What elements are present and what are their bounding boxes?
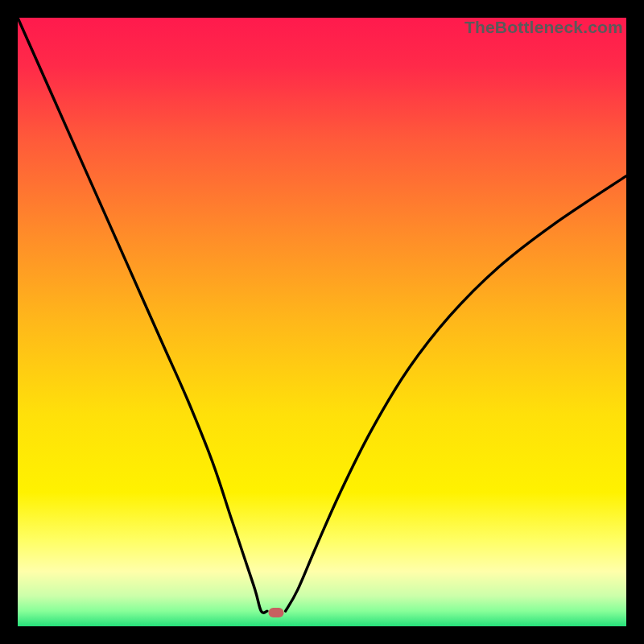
chart-frame: TheBottleneck.com (0, 0, 644, 644)
plot-area: TheBottleneck.com (18, 18, 626, 626)
watermark-text: TheBottleneck.com (464, 18, 623, 37)
optimal-point-marker (269, 608, 284, 617)
background-gradient (18, 18, 626, 626)
svg-rect-0 (18, 18, 626, 626)
